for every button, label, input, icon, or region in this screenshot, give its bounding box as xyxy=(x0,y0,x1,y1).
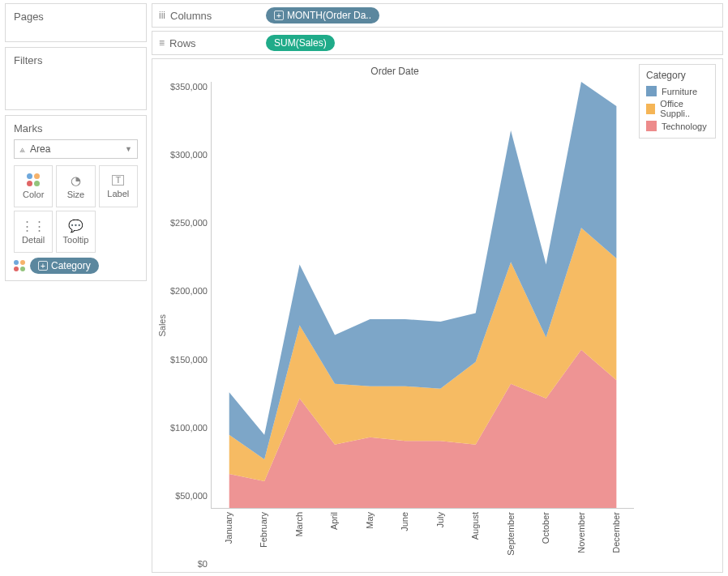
marks-panel: Marks ⟁ Area ▼ Color ◔ Size xyxy=(5,115,147,281)
legend-title: Category xyxy=(646,70,709,81)
chart-area: Order Date Sales $350,000$300,000$250,00… xyxy=(152,58,723,573)
x-tick: May xyxy=(352,512,388,529)
y-tick: $0 xyxy=(198,559,208,569)
rows-label: Rows xyxy=(169,37,196,49)
pages-panel: Pages xyxy=(5,3,147,42)
color-icon xyxy=(27,173,40,186)
mark-type-select[interactable]: ⟁ Area ▼ xyxy=(14,139,138,159)
x-tick: August xyxy=(458,512,494,540)
x-tick: June xyxy=(387,512,422,531)
y-axis: $350,000$300,000$250,000$200,000$150,000… xyxy=(169,82,211,569)
y-tick: $100,000 xyxy=(170,423,208,433)
marks-label-button[interactable]: T Label xyxy=(99,165,138,207)
rows-shelf[interactable]: ≡ Rows SUM(Sales) xyxy=(152,31,723,55)
legend-swatch xyxy=(646,121,657,131)
marks-size-button[interactable]: ◔ Size xyxy=(56,165,95,207)
columns-pill[interactable]: + MONTH(Order Da.. xyxy=(266,7,379,23)
filters-title: Filters xyxy=(14,54,138,66)
x-tick: April xyxy=(316,512,352,530)
y-tick: $50,000 xyxy=(175,491,208,501)
columns-icon: iii xyxy=(159,10,165,21)
detail-icon: ⋮⋮ xyxy=(21,220,45,232)
tooltip-icon: 💬 xyxy=(68,220,84,232)
columns-label: Columns xyxy=(170,10,212,22)
plot[interactable] xyxy=(211,82,634,509)
chart-title: Order Date xyxy=(156,64,634,82)
x-tick: March xyxy=(281,512,317,537)
x-tick: February xyxy=(246,512,281,548)
area-icon: ⟁ xyxy=(19,143,25,155)
pages-title: Pages xyxy=(14,11,138,23)
rows-icon: ≡ xyxy=(159,37,165,49)
chevron-down-icon: ▼ xyxy=(125,145,132,153)
legend: Category FurnitureOffice Suppli..Technol… xyxy=(639,64,716,139)
legend-item[interactable]: Office Suppli.. xyxy=(646,99,709,118)
x-tick: July xyxy=(422,512,458,528)
y-tick: $250,000 xyxy=(170,218,208,228)
plus-icon: + xyxy=(38,261,48,271)
y-tick: $200,000 xyxy=(170,286,208,296)
mark-type-label: Area xyxy=(30,143,50,155)
legend-item[interactable]: Furniture xyxy=(646,86,709,96)
size-icon: ◔ xyxy=(71,174,81,186)
marks-tooltip-button[interactable]: 💬 Tooltip xyxy=(56,211,95,253)
x-tick: January xyxy=(211,512,246,544)
color-encoding-icon xyxy=(14,260,25,271)
x-tick: October xyxy=(529,512,564,544)
y-axis-label: Sales xyxy=(156,314,169,337)
x-tick: December xyxy=(599,512,635,553)
columns-shelf[interactable]: iii Columns + MONTH(Order Da.. xyxy=(152,3,723,28)
y-tick: $350,000 xyxy=(170,82,208,92)
marks-title: Marks xyxy=(14,122,138,134)
filters-panel: Filters xyxy=(5,47,147,110)
rows-pill[interactable]: SUM(Sales) xyxy=(266,35,335,51)
legend-item[interactable]: Technology xyxy=(646,121,709,131)
legend-swatch xyxy=(646,86,657,96)
legend-swatch xyxy=(646,104,655,114)
label-icon: T xyxy=(112,175,124,186)
marks-detail-button[interactable]: ⋮⋮ Detail xyxy=(14,211,53,253)
y-tick: $300,000 xyxy=(170,150,208,160)
x-tick: November xyxy=(563,512,599,553)
plus-icon: + xyxy=(274,11,284,20)
marks-color-button[interactable]: Color xyxy=(14,165,53,207)
category-pill[interactable]: + Category xyxy=(30,258,99,274)
y-tick: $150,000 xyxy=(170,355,208,365)
x-tick: September xyxy=(493,512,529,556)
x-axis: JanuaryFebruaryMarchAprilMayJuneJulyAugu… xyxy=(211,509,634,569)
